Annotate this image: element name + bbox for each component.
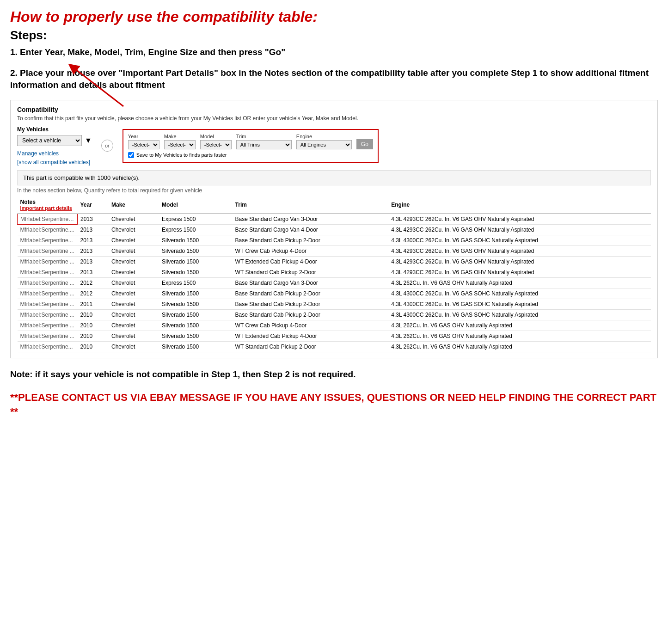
make-cell: Chevrolet [109, 320, 159, 331]
notes-cell: Mfrlabel:Serpentine... [18, 341, 78, 352]
steps-label: Steps: [10, 28, 658, 43]
notes-cell: Mfrlabel:Serpentine ... [18, 309, 78, 320]
or-divider: or [101, 140, 113, 152]
model-cell: Silverado 1500 [159, 256, 233, 267]
notes-cell: Mfrlabel:Serpentine ... [18, 320, 78, 331]
year-header: Year [78, 196, 109, 214]
model-cell: Silverado 1500 [159, 267, 233, 277]
trim-cell: Base Standard Cargo Van 4-Door [233, 224, 389, 235]
model-cell: Silverado 1500 [159, 331, 233, 341]
trim-cell: WT Extended Cab Pickup 4-Door [233, 331, 389, 341]
model-select[interactable]: -Select- [200, 140, 232, 149]
model-cell: Express 1500 [159, 277, 233, 288]
year-cell: 2012 [78, 288, 109, 299]
year-cell: 2013 [78, 214, 109, 225]
make-label: Make [164, 134, 196, 139]
important-part-details-link[interactable]: Important part details [20, 205, 75, 211]
year-cell: 2013 [78, 245, 109, 256]
year-make-engine-section: Year -Select- Make -Select- Model [123, 129, 379, 163]
trim-select[interactable]: All Trims [236, 140, 292, 149]
model-cell: Express 1500 [159, 224, 233, 235]
model-cell: Silverado 1500 [159, 245, 233, 256]
notes-cell: Mfrlabel:Serpentine ... [18, 245, 78, 256]
table-row: Mfrlabel:Serpentine ...2010ChevroletSilv… [18, 320, 651, 331]
model-cell: Express 1500 [159, 214, 233, 225]
save-label: Save to My Vehicles to finds parts faste… [136, 152, 227, 158]
notes-cell: Mfrlabel:Serpentine ... [18, 267, 78, 277]
notes-header: Notes Important part details [18, 196, 78, 214]
trim-cell: Base Standard Cargo Van 3-Door [233, 214, 389, 225]
save-checkbox[interactable] [128, 152, 134, 158]
engine-cell: 4.3L 4300CC 262Cu. In. V6 GAS SOHC Natur… [388, 288, 651, 299]
go-button[interactable]: Go [356, 139, 373, 149]
compat-title: Compatibility [17, 106, 651, 113]
notes-cell: Mfrlabel:Serpentine ... [18, 277, 78, 288]
my-vehicles-label: My Vehicles [17, 126, 92, 133]
engine-cell: 4.3L 262Cu. In. V6 GAS OHV Naturally Asp… [388, 331, 651, 341]
notes-cell: Mfrlabel:Serpentine ... [18, 299, 78, 309]
compat-count-text: This part is compatible with 1000 vehicl… [23, 174, 140, 181]
make-select[interactable]: -Select- [164, 140, 196, 149]
make-cell: Chevrolet [109, 256, 159, 267]
trim-cell: Base Standard Cab Pickup 2-Door [233, 235, 389, 245]
ymm-row: Year -Select- Make -Select- Model [128, 134, 373, 149]
year-select[interactable]: -Select- [128, 140, 159, 149]
model-field-group: Model -Select- [200, 134, 232, 149]
notes-cell: Mfrlabel:Serpentine ... [18, 288, 78, 299]
note-section: Note: if it says your vehicle is not com… [10, 368, 658, 381]
make-cell: Chevrolet [109, 299, 159, 309]
engine-cell: 4.3L 4293CC 262Cu. In. V6 GAS OHV Natura… [388, 267, 651, 277]
year-cell: 2013 [78, 267, 109, 277]
engine-select[interactable]: All Engines [296, 140, 352, 149]
year-cell: 2012 [78, 277, 109, 288]
quantity-note: In the notes section below, Quantity ref… [17, 185, 651, 196]
contact-section: **PLEASE CONTACT US VIA EBAY MESSAGE IF … [10, 391, 658, 419]
trim-cell: WT Crew Cab Pickup 4-Door [233, 320, 389, 331]
table-row: Mfrlabel:Serpentine...2010ChevroletSilve… [18, 341, 651, 352]
make-cell: Chevrolet [109, 309, 159, 320]
make-cell: Chevrolet [109, 331, 159, 341]
year-field-group: Year -Select- [128, 134, 159, 149]
table-row: Mfrlabel:Serpentine ...2013ChevroletSilv… [18, 245, 651, 256]
table-row: Mfrlabel:Serpentine....2013ChevroletExpr… [18, 224, 651, 235]
make-cell: Chevrolet [109, 214, 159, 225]
manage-vehicles-link[interactable]: Manage vehicles [17, 150, 92, 157]
compatibility-section: Compatibility To confirm that this part … [10, 100, 658, 358]
year-cell: 2010 [78, 331, 109, 341]
table-row: Mfrlabel:Serpentine ....2013ChevroletExp… [18, 214, 651, 225]
notes-cell: Mfrlabel:Serpentine .... [18, 214, 78, 225]
table-row: Mfrlabel:Serpentine ...2012ChevroletExpr… [18, 277, 651, 288]
year-cell: 2010 [78, 341, 109, 352]
make-cell: Chevrolet [109, 341, 159, 352]
table-row: Mfrlabel:Serpentine ...2010ChevroletSilv… [18, 309, 651, 320]
notes-cell: Mfrlabel:Serpentine ... [18, 256, 78, 267]
step2-text: 2. Place your mouse over "Important Part… [10, 67, 658, 92]
make-cell: Chevrolet [109, 277, 159, 288]
trim-cell: Base Standard Cab Pickup 2-Door [233, 288, 389, 299]
dropdown-icon: ▼ [85, 136, 92, 145]
trim-cell: WT Crew Cab Pickup 4-Door [233, 245, 389, 256]
trim-cell: Base Standard Cab Pickup 2-Door [233, 299, 389, 309]
my-vehicles-select-row: Select a vehicle ▼ [17, 135, 92, 146]
engine-cell: 4.3L 4293CC 262Cu. In. V6 GAS OHV Natura… [388, 224, 651, 235]
notes-cell: Mfrlabel:Serpentine ... [18, 331, 78, 341]
engine-cell: 4.3L 4293CC 262Cu. In. V6 GAS OHV Natura… [388, 214, 651, 225]
model-label: Model [200, 134, 232, 139]
model-cell: Silverado 1500 [159, 320, 233, 331]
make-cell: Chevrolet [109, 235, 159, 245]
table-row: Mfrlabel:Serpentine ...2013ChevroletSilv… [18, 256, 651, 267]
make-header: Make [109, 196, 159, 214]
main-title: How to properly use the compatibility ta… [10, 8, 658, 25]
show-all-link[interactable]: [show all compatible vehicles] [17, 159, 92, 166]
notes-cell: Mfrlabel:Serpentine.... [18, 224, 78, 235]
make-cell: Chevrolet [109, 224, 159, 235]
trim-cell: WT Standard Cab Pickup 2-Door [233, 267, 389, 277]
vehicle-select[interactable]: Select a vehicle [17, 135, 82, 146]
table-row: Mfrlabel:Serpentine...2013ChevroletSilve… [18, 235, 651, 245]
compat-subtitle: To confirm that this part fits your vehi… [17, 115, 651, 122]
model-header: Model [159, 196, 233, 214]
engine-cell: 4.3L 4300CC 262Cu. In. V6 GAS SOHC Natur… [388, 299, 651, 309]
model-cell: Silverado 1500 [159, 341, 233, 352]
table-row: Mfrlabel:Serpentine ...2010ChevroletSilv… [18, 331, 651, 341]
trim-cell: WT Extended Cab Pickup 4-Door [233, 256, 389, 267]
